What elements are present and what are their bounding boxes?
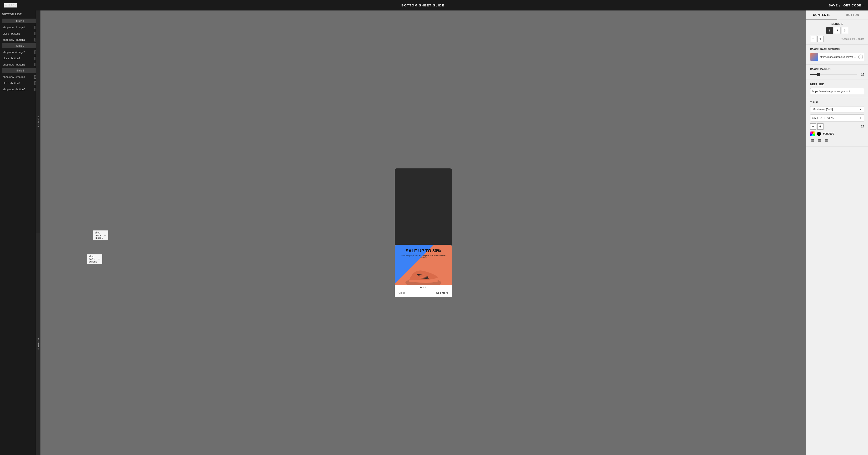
right-panel: CONTENTS BUTTON SLIDE 1 1 ? 3 − + * Crea… bbox=[806, 10, 868, 455]
list-item[interactable]: close - button3 bbox=[2, 81, 38, 86]
topbar-right: SAVE ↑ GET CODE ↑ bbox=[829, 4, 864, 7]
align-row: ☰ ☰ ☰ bbox=[810, 138, 864, 143]
button-strip-1: BUTTON 1 bbox=[36, 10, 40, 233]
list-item[interactable]: shop now - image1 bbox=[2, 25, 38, 30]
title-add-button[interactable]: + bbox=[857, 115, 864, 121]
title-text-input[interactable] bbox=[810, 115, 857, 121]
title-input-row: + bbox=[810, 114, 864, 121]
align-left-button[interactable]: ☰ bbox=[810, 138, 815, 143]
sidebar: BUTTON LIST Slide 1 shop now - image1 cl… bbox=[0, 10, 40, 455]
slide-selector: SLIDE 1 1 ? 3 − + * Create up to 7 slide… bbox=[806, 20, 868, 45]
image-url-input[interactable] bbox=[818, 55, 858, 59]
slide-label: SLIDE 1 bbox=[810, 22, 864, 25]
image-input-row: ? bbox=[810, 53, 864, 61]
topbar: ← BACK BOTTOM SHEET SLIDE SAVE ↑ GET COD… bbox=[0, 0, 868, 10]
back-label: BACK bbox=[8, 4, 17, 7]
color-picker-icon[interactable] bbox=[810, 132, 815, 136]
image-background-title: IMAGE BACKGROUND bbox=[810, 48, 864, 51]
slide-controls: − + * Create up to 7 slides bbox=[810, 36, 864, 42]
canvas: shop now - image1 ✏ close - button1 ✏ sh… bbox=[40, 10, 806, 455]
slide-3-header: Slide 3 bbox=[2, 68, 38, 73]
radius-row: 16 bbox=[810, 73, 864, 76]
canvas-button-shop-now-image1[interactable]: shop now - image1 ✏ bbox=[93, 230, 108, 240]
title-section-label: TITLE bbox=[810, 101, 864, 104]
deeplink-title: DEEPLINK bbox=[810, 83, 864, 86]
align-center-button[interactable]: ☰ bbox=[817, 138, 822, 143]
list-item[interactable]: shop now - button2 bbox=[2, 62, 38, 67]
tab-button[interactable]: BUTTON bbox=[837, 10, 868, 20]
image-background-section: IMAGE BACKGROUND ? bbox=[806, 45, 868, 64]
bs-sale-text: SALE UP TO 30% bbox=[406, 249, 441, 254]
bs-sub-text: Get a designer product at a sale price. … bbox=[399, 255, 448, 258]
bs-close-button[interactable]: Close bbox=[399, 291, 405, 294]
deeplink-section: DEEPLINK bbox=[806, 80, 868, 98]
panel-tabs: CONTENTS BUTTON bbox=[806, 10, 868, 20]
font-name: Montserrat [Bold] bbox=[813, 108, 833, 111]
shoe-illustration bbox=[404, 264, 442, 285]
bs-see-more-button[interactable]: See more bbox=[436, 291, 448, 294]
list-item[interactable]: close - button1 bbox=[2, 31, 38, 36]
slide-tab-2[interactable]: ? bbox=[834, 27, 841, 34]
bottom-sheet: SALE UP TO 30% Get a designer product at… bbox=[395, 245, 452, 297]
list-item[interactable]: shop now - image2 bbox=[2, 50, 38, 55]
list-item[interactable]: close - button2 bbox=[2, 56, 38, 61]
image-radius-title: IMAGE RADIUS bbox=[810, 68, 864, 70]
main-layout: BUTTON LIST Slide 1 shop now - image1 cl… bbox=[0, 10, 868, 455]
font-size-value: 24 bbox=[861, 125, 864, 128]
deeplink-input[interactable] bbox=[810, 88, 864, 94]
button-strips: BUTTON 1 BUTTON 2 bbox=[36, 10, 40, 455]
slide-minus-button[interactable]: − bbox=[810, 36, 816, 42]
color-hex-value: #000000 bbox=[823, 132, 834, 136]
font-size-minus[interactable]: − bbox=[810, 123, 816, 130]
radius-thumb[interactable] bbox=[817, 73, 820, 76]
slide-tabs: 1 ? 3 bbox=[810, 27, 864, 34]
align-right-button[interactable]: ☰ bbox=[824, 138, 829, 143]
topbar-left: ← BACK bbox=[4, 3, 17, 8]
get-code-button[interactable]: GET CODE ↑ bbox=[843, 4, 864, 7]
font-dropdown[interactable]: Montserrat [Bold] ▼ bbox=[810, 106, 864, 112]
image-radius-section: IMAGE RADIUS 16 bbox=[806, 64, 868, 80]
bs-dots bbox=[395, 285, 452, 289]
font-size-plus[interactable]: + bbox=[817, 123, 824, 130]
edit-icon: ✏ bbox=[104, 234, 106, 236]
topbar-title: BOTTOM SHEET SLIDE bbox=[401, 4, 444, 7]
title-section: TITLE Montserrat [Bold] ▼ + − + 24 #0000… bbox=[806, 98, 868, 146]
slide-plus-button[interactable]: + bbox=[817, 36, 824, 42]
canvas-button-shop-now-button1[interactable]: shop now - button1 ✏ bbox=[87, 254, 102, 264]
phone-dark-area bbox=[395, 168, 452, 245]
color-circle[interactable] bbox=[817, 132, 821, 136]
font-size-row: − + 24 bbox=[810, 123, 864, 130]
bs-image-area: SALE UP TO 30% Get a designer product at… bbox=[395, 245, 452, 285]
radius-value: 16 bbox=[860, 73, 864, 76]
list-item[interactable]: shop now - button1 bbox=[2, 37, 38, 42]
button-strip-2: BUTTON 2 bbox=[36, 233, 40, 455]
sidebar-title: BUTTON LIST bbox=[2, 13, 38, 16]
phone-mockup: SALE UP TO 30% Get a designer product at… bbox=[395, 168, 452, 297]
tab-contents[interactable]: CONTENTS bbox=[806, 10, 837, 20]
bs-buttons: Close See more bbox=[395, 289, 452, 297]
color-row: #000000 bbox=[810, 132, 864, 136]
slide-tab-3[interactable]: 3 bbox=[842, 27, 848, 34]
save-button[interactable]: SAVE ↑ bbox=[829, 4, 841, 7]
image-help-icon[interactable]: ? bbox=[858, 55, 863, 59]
edit-icon: ✏ bbox=[98, 258, 100, 260]
slide-1-header: Slide 1 bbox=[2, 19, 38, 23]
radius-slider[interactable] bbox=[810, 74, 857, 75]
slide-tab-1[interactable]: 1 bbox=[826, 27, 833, 34]
chevron-down-icon: ▼ bbox=[859, 108, 862, 111]
list-item[interactable]: shop now - button3 bbox=[2, 87, 38, 92]
image-thumbnail bbox=[810, 53, 818, 61]
slide-2-header: Slide 2 bbox=[2, 44, 38, 48]
list-item[interactable]: shop now - image3 bbox=[2, 74, 38, 80]
back-button[interactable]: ← BACK bbox=[4, 3, 17, 8]
slide-note: * Create up to 7 slides bbox=[841, 38, 864, 40]
